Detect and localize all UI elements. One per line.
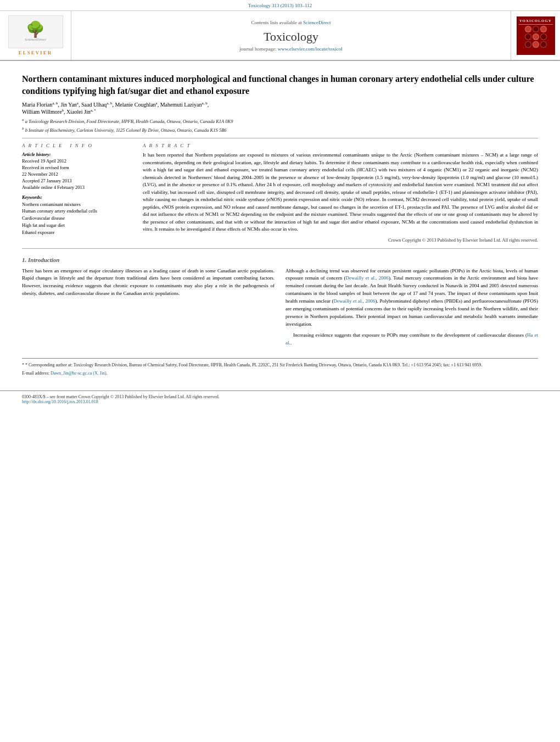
abstract-label: A B S T R A C T	[143, 143, 538, 148]
header-center: Contents lists available at ScienceDirec…	[71, 11, 511, 60]
elsevier-logo-box: 🌳 ScienceDirect ELSEVIER	[0, 11, 71, 60]
doi-link[interactable]: http://dx.doi.org/10.1016/j.tox.2013.01.…	[22, 399, 538, 404]
tox-circle-5	[533, 34, 539, 40]
introduction-section: 1. Introduction There has been an emerge…	[22, 256, 538, 350]
accepted-line: Accepted 27 January 2013	[22, 178, 132, 185]
tox-circle-4	[525, 34, 531, 40]
tox-circle-2	[533, 26, 539, 32]
elsevier-label: ELSEVIER	[19, 50, 53, 55]
intro-right-text: Although a declining trend was observed …	[285, 267, 538, 347]
issn-line: 0300-483X/$ – see front matter Crown Cop…	[22, 394, 538, 399]
footnotes: * * Corresponding author at: Toxicology …	[22, 358, 538, 377]
tox-circle-9	[540, 41, 547, 48]
intro-left-para-1: There has been an emergence of major cir…	[22, 267, 275, 298]
affiliations: a a Toxicology Research Division, Food D…	[22, 118, 538, 133]
dewailly-ref-2[interactable]: Dewailly et al., 2006	[334, 298, 376, 304]
keyword-5: Ethanol exposure	[22, 229, 132, 236]
copyright-line: Crown Copyright © 2013 Published by Else…	[143, 237, 538, 244]
footnote-star: * * Corresponding author at: Toxicology …	[22, 362, 538, 369]
info-abstract-section: A R T I C L E I N F O Article history: R…	[22, 143, 538, 243]
tox-circles	[522, 26, 550, 48]
page: Toxicology 313 (2013) 103–112 🌳 ScienceD…	[0, 0, 560, 742]
tox-logo-title: TOXICOLOGY	[519, 19, 553, 25]
keywords-label: Keywords:	[22, 194, 132, 200]
divider-2	[22, 248, 538, 249]
intro-title: 1. Introduction	[22, 256, 538, 263]
intro-right-para-2: Increasing evidence suggests that exposu…	[285, 332, 538, 347]
abstract-col: A B S T R A C T It has been reported tha…	[143, 143, 538, 243]
toxicology-logo-box: TOXICOLOGY	[511, 11, 560, 60]
divider-1	[22, 138, 538, 138]
footnote-email: E-mail address: Dawn_Jin@hc-sc.gc.ca (X.…	[22, 370, 538, 377]
ha-ref[interactable]: Ha et al.,	[285, 332, 538, 345]
affil-line-1: a a Toxicology Research Division, Food D…	[22, 118, 538, 125]
tox-logo: TOXICOLOGY	[517, 16, 555, 55]
intro-left-text: There has been an emergence of major cir…	[22, 267, 275, 298]
received-revised-date: 22 November 2012	[22, 171, 132, 178]
tox-circle-3	[540, 26, 547, 32]
tox-circle-8	[533, 41, 539, 48]
journal-reference: Toxicology 313 (2013) 103–112	[248, 1, 312, 10]
received-line: Received 19 April 2012	[22, 158, 132, 165]
contents-line: Contents lists available at ScienceDirec…	[251, 20, 331, 25]
keyword-4: High fat and sugar diet	[22, 222, 132, 229]
tox-circle-6	[540, 34, 547, 40]
keyword-1: Northern contaminant mixtures	[22, 201, 132, 208]
journal-ref-bar: Toxicology 313 (2013) 103–112	[0, 0, 560, 11]
intro-right-para-1: Although a declining trend was observed …	[285, 267, 538, 329]
intro-body: There has been an emergence of major cir…	[22, 267, 538, 350]
footnote-email-link[interactable]: Dawn_Jin@hc-sc.gc.ca (X. Jin).	[51, 371, 108, 376]
intro-right-col: Although a declining trend was observed …	[285, 267, 538, 350]
received-revised-line: Received in revised form	[22, 165, 132, 171]
keywords-group: Keywords: Northern contaminant mixtures …	[22, 194, 132, 236]
bottom-bar: 0300-483X/$ – see front matter Crown Cop…	[0, 390, 560, 408]
intro-left-col: There has been an emergence of major cir…	[22, 267, 275, 350]
keyword-2: Human coronary artery endothelial cells	[22, 208, 132, 215]
abstract-text: It has been reported that Northern popul…	[143, 152, 538, 243]
article-content: Northern contaminant mixtures induced mo…	[0, 61, 560, 385]
tox-circle-7	[525, 41, 531, 48]
article-info-col: A R T I C L E I N F O Article history: R…	[22, 143, 132, 243]
header-main: 🌳 ScienceDirect ELSEVIER Contents lists …	[0, 11, 560, 61]
article-info-label: A R T I C L E I N F O	[22, 143, 132, 148]
history-subtitle: Article history:	[22, 152, 132, 157]
abstract-paragraph: It has been reported that Northern popul…	[143, 152, 538, 233]
article-history-group: Article history: Received 19 April 2012 …	[22, 152, 132, 191]
dewailly-ref-1[interactable]: Dewailly et al., 2006	[346, 275, 389, 281]
keyword-3: Cardiovascular disease	[22, 215, 132, 222]
elsevier-image: 🌳 ScienceDirect	[8, 15, 63, 48]
affil-line-2: b b Institute of Biochemistry, Carleton …	[22, 126, 538, 134]
journal-homepage: journal homepage: www.elsevier.com/locat…	[239, 46, 342, 52]
sciencedirect-link[interactable]: ScienceDirect	[303, 20, 331, 25]
homepage-url[interactable]: www.elsevier.com/locate/toxicol	[278, 46, 343, 52]
available-line: Available online 4 February 2013	[22, 185, 132, 191]
article-title: Northern contaminant mixtures induced mo…	[22, 73, 538, 97]
journal-title: Toxicology	[264, 30, 318, 44]
tox-circle-1	[525, 26, 531, 32]
authors: Maria Floriana, b, Jin Yana, Saad Ulhaqa…	[22, 101, 538, 115]
